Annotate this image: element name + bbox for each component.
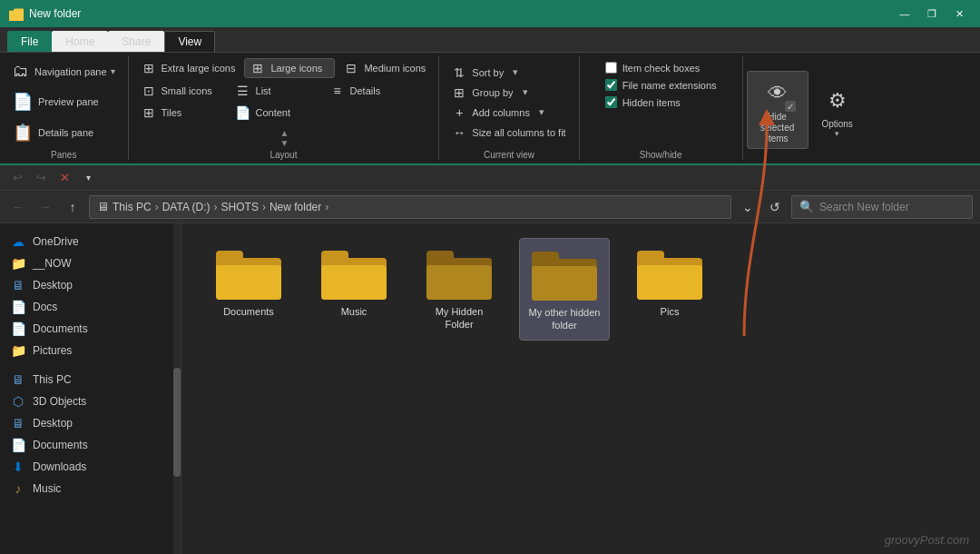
music-icon: ♪ bbox=[11, 481, 25, 496]
forward-button[interactable]: → bbox=[34, 196, 56, 218]
restore-button[interactable]: ❐ bbox=[920, 5, 944, 23]
details-pane-button[interactable]: 📋 Details pane bbox=[7, 119, 116, 146]
ribbon-group-layout: ⊞ Extra large icons ⊞ Large icons ⊟ Medi… bbox=[129, 56, 440, 160]
folder-label-music: Music bbox=[341, 305, 368, 318]
size-columns-button[interactable]: ↔ Size all columns to fit bbox=[446, 124, 571, 142]
folder-item-my-other-hidden-folder[interactable]: My other hidden folder bbox=[519, 238, 610, 341]
desktop2-icon: 🖥 bbox=[11, 416, 25, 430]
ribbon-tabs: File Home Share View bbox=[0, 27, 980, 53]
folder-icon-pics bbox=[637, 245, 702, 300]
folder-label-my-hidden-folder: My Hidden Folder bbox=[421, 305, 497, 331]
quick-access-toolbar: ↩ ↪ ✕ ▾ bbox=[0, 165, 980, 191]
folder-label-pics: Pics bbox=[661, 305, 680, 318]
add-columns-button[interactable]: + Add columns ▾ bbox=[446, 104, 571, 122]
documents-icon: 📄 bbox=[11, 322, 25, 336]
back-button[interactable]: ← bbox=[7, 196, 29, 218]
folder-label-documents: Documents bbox=[223, 305, 274, 318]
layout-expand-button[interactable]: ▲▼ bbox=[278, 128, 290, 148]
sidebar-item-docs[interactable]: 📄 Docs bbox=[0, 296, 181, 318]
folder-item-my-hidden-folder[interactable]: My Hidden Folder bbox=[414, 238, 505, 341]
sidebar-item-3dobjects[interactable]: ⬡ 3D Objects bbox=[0, 391, 181, 412]
qa-dropdown-button[interactable]: ▾ bbox=[78, 168, 98, 188]
item-checkboxes-input[interactable] bbox=[605, 62, 617, 74]
panes-content: 🗂 Navigation pane ▾ 📄 Preview pane 📋 Det… bbox=[7, 56, 121, 148]
sidebar-item-thispc[interactable]: 🖥 This PC bbox=[0, 369, 181, 391]
file-extensions-toggle[interactable]: File name extensions bbox=[602, 77, 720, 93]
address-path[interactable]: 🖥 This PC › DATA (D:) › SHOTS › New fold… bbox=[89, 195, 731, 219]
ribbon-group-current-view: ⇅ Sort by ▾ ⊞ Group by ▾ + Add columns ▾… bbox=[439, 56, 579, 160]
folder-icon-documents bbox=[216, 245, 281, 300]
tab-share[interactable]: Share bbox=[108, 31, 164, 52]
sidebar-item-onedrive[interactable]: ☁ OneDrive bbox=[0, 231, 181, 252]
tiles-button[interactable]: ⊞ Tiles bbox=[136, 104, 227, 122]
sidebar-scrollbar-track[interactable] bbox=[173, 223, 181, 554]
search-box[interactable]: 🔍 Search New folder bbox=[791, 195, 973, 219]
refresh-button[interactable]: ↺ bbox=[764, 196, 786, 218]
tab-view[interactable]: View bbox=[164, 31, 215, 52]
folder-item-documents[interactable]: Documents bbox=[203, 238, 294, 341]
folder-item-music[interactable]: Music bbox=[309, 238, 399, 341]
close-button[interactable]: ✕ bbox=[947, 5, 971, 23]
sidebar: ☁ OneDrive 📁 __NOW 🖥 Desktop 📄 Docs 📄 Do… bbox=[0, 223, 181, 554]
tab-file[interactable]: File bbox=[7, 31, 52, 52]
main-area: ☁ OneDrive 📁 __NOW 🖥 Desktop 📄 Docs 📄 Do… bbox=[0, 223, 980, 554]
file-extensions-input[interactable] bbox=[605, 79, 617, 91]
folder-icon-my-hidden-folder bbox=[426, 245, 492, 300]
folder-shape-documents bbox=[216, 251, 281, 300]
content-button[interactable]: 📄 Content bbox=[230, 104, 321, 122]
sidebar-item-pictures[interactable]: 📁 Pictures bbox=[0, 340, 181, 361]
undo-button[interactable]: ↩ bbox=[7, 168, 27, 188]
medium-icons-button[interactable]: ⊟ Medium icons bbox=[338, 58, 431, 78]
folder-front-other-hidden bbox=[532, 266, 597, 301]
address-dropdown-button[interactable]: ⌄ bbox=[737, 196, 759, 218]
navigation-pane-button[interactable]: 🗂 Navigation pane ▾ bbox=[7, 58, 121, 84]
file-content-area: Documents Music My Hidden Folder bbox=[181, 223, 980, 554]
show-hide-label: Show/hide bbox=[640, 148, 682, 160]
folder-item-pics[interactable]: Pics bbox=[624, 238, 715, 341]
folder-shape-pics bbox=[637, 251, 702, 300]
extra-large-icons-button[interactable]: ⊞ Extra large icons bbox=[136, 58, 241, 78]
downloads-icon: ⬇ bbox=[11, 460, 25, 474]
preview-pane-button[interactable]: 📄 Preview pane bbox=[7, 88, 116, 115]
sort-by-button[interactable]: ⇅ Sort by ▾ bbox=[446, 64, 571, 82]
minimize-button[interactable]: — bbox=[893, 5, 916, 23]
folder-icon-my-other-hidden-folder bbox=[532, 246, 597, 301]
list-button[interactable]: ☰ List bbox=[230, 82, 321, 100]
hide-selected-icon: 👁 ✓ bbox=[760, 75, 796, 112]
redo-button[interactable]: ↪ bbox=[31, 168, 51, 188]
sidebar-item-documents2[interactable]: 📄 Documents bbox=[0, 434, 181, 456]
folder-shape-music bbox=[321, 251, 387, 300]
sidebar-item-downloads[interactable]: ⬇ Downloads bbox=[0, 456, 181, 478]
large-icons-button[interactable]: ⊞ Large icons bbox=[244, 58, 335, 78]
ribbon-group-panes: 🗂 Navigation pane ▾ 📄 Preview pane 📋 Det… bbox=[0, 56, 129, 160]
hide-selected-area: 👁 ✓ Hide selected items ⚙ Options ▾ bbox=[743, 56, 867, 160]
sidebar-item-desktop2[interactable]: 🖥 Desktop bbox=[0, 412, 181, 434]
details-button[interactable]: ≡ Details bbox=[325, 82, 416, 100]
folder-front bbox=[216, 265, 281, 300]
ribbon-group-show-hide: Item check boxes File name extensions Hi… bbox=[580, 56, 743, 160]
delete-qa-button[interactable]: ✕ bbox=[54, 168, 74, 188]
layout-content: ⊞ Extra large icons ⊞ Large icons ⊟ Medi… bbox=[136, 56, 432, 124]
hidden-items-input[interactable] bbox=[605, 96, 617, 108]
up-button[interactable]: ↑ bbox=[62, 196, 83, 218]
sidebar-item-documents[interactable]: 📄 Documents bbox=[0, 318, 181, 340]
now-folder-icon: 📁 bbox=[11, 256, 25, 271]
sidebar-item-desktop1[interactable]: 🖥 Desktop bbox=[0, 274, 181, 296]
tab-home[interactable]: Home bbox=[52, 31, 108, 52]
sidebar-item-music[interactable]: ♪ Music bbox=[0, 478, 181, 500]
item-checkboxes-toggle[interactable]: Item check boxes bbox=[602, 60, 704, 75]
pictures-icon: 📁 bbox=[11, 343, 25, 358]
folder-label-my-other-hidden-folder: My other hidden folder bbox=[527, 306, 602, 332]
small-icons-button[interactable]: ⊡ Small icons bbox=[136, 82, 227, 100]
layout-label: Layout bbox=[270, 148, 297, 160]
group-by-button[interactable]: ⊞ Group by ▾ bbox=[446, 84, 571, 102]
hide-selected-button[interactable]: 👁 ✓ Hide selected items bbox=[747, 71, 808, 149]
hidden-items-toggle[interactable]: Hidden items bbox=[602, 94, 684, 110]
options-button[interactable]: ⚙ Options ▾ bbox=[812, 79, 863, 142]
options-icon: ⚙ bbox=[819, 83, 856, 119]
sidebar-scrollbar-thumb[interactable] bbox=[173, 368, 181, 476]
current-view-content: ⇅ Sort by ▾ ⊞ Group by ▾ + Add columns ▾… bbox=[446, 56, 571, 148]
sidebar-item-now[interactable]: 📁 __NOW bbox=[0, 252, 181, 274]
documents2-icon: 📄 bbox=[11, 438, 25, 452]
title-bar-left: New folder bbox=[9, 6, 81, 21]
